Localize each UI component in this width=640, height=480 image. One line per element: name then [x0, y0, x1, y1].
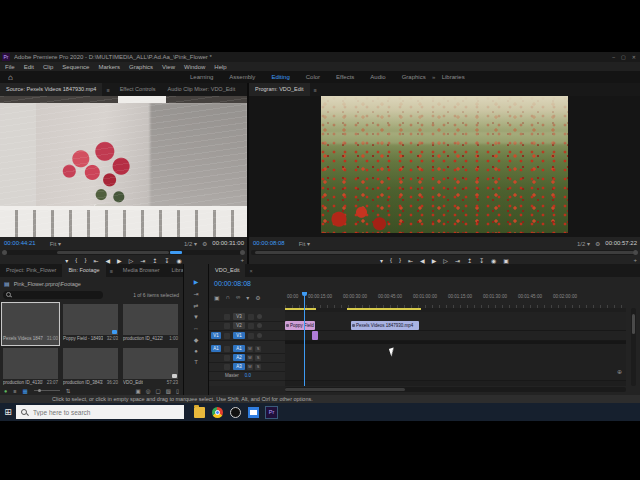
scrollbar-handle[interactable] [255, 251, 634, 254]
timeline-clip-fragment[interactable] [312, 331, 318, 340]
program-resolution-select[interactable]: 1/2 ▾ [577, 240, 590, 247]
source-settings-icon[interactable]: ⚙ [202, 240, 207, 247]
tab-sequence[interactable]: VDO_Edit [209, 264, 245, 277]
step-back-button[interactable]: ◀ [105, 257, 110, 264]
play-button[interactable]: ▶ [432, 257, 437, 264]
mark-in-button[interactable]: { [75, 257, 77, 263]
panel-menu-icon[interactable]: ≡ [314, 87, 317, 93]
project-item-sequence[interactable]: VDO_Edit57:23 [122, 347, 179, 389]
track-select-forward-tool[interactable]: ⇥ [193, 290, 198, 297]
track-target-v1[interactable]: V1 [233, 332, 245, 339]
tab-metadata[interactable]: Metadata [241, 83, 247, 96]
mute-button[interactable]: M [247, 346, 253, 352]
track-target-a3[interactable]: A3 [233, 363, 245, 370]
track-target-v3[interactable]: V3 [233, 313, 245, 320]
tab-libraries[interactable]: Libraries [166, 264, 183, 277]
add-marker-button[interactable]: ▾ [246, 294, 249, 301]
selection-tool[interactable]: ▶ [194, 278, 199, 285]
eye-icon[interactable] [257, 333, 262, 338]
menu-clip[interactable]: Clip [43, 64, 53, 70]
source-resolution-select[interactable]: 1/2 ▾ [184, 240, 197, 247]
razor-tool[interactable]: ▼ [193, 314, 199, 320]
menu-markers[interactable]: Markers [98, 64, 120, 70]
source-patch-v1[interactable]: V1 [211, 332, 221, 339]
chrome-icon[interactable] [212, 407, 223, 418]
timeline-horizontal-scrollbar[interactable] [285, 387, 626, 392]
program-timecode[interactable]: 00:00:08:08 [253, 240, 285, 246]
mute-button[interactable]: M [247, 355, 253, 361]
go-to-out-button[interactable]: ⇥ [455, 257, 460, 264]
go-to-out-button[interactable]: ⇥ [140, 257, 145, 264]
workspace-tab-audio[interactable]: Audio [370, 74, 385, 80]
taskbar-search[interactable] [16, 405, 184, 419]
track-v2[interactable] [285, 321, 626, 331]
workspace-overflow-icon[interactable]: » [432, 74, 435, 80]
export-frame-button[interactable]: ◉ [176, 257, 181, 264]
workspace-tab-color[interactable]: Color [306, 74, 320, 80]
recorder-app-icon[interactable] [230, 407, 241, 418]
tab-project[interactable]: Project: Pink_Flower [0, 264, 62, 277]
source-patch[interactable] [211, 354, 221, 361]
source-patch[interactable] [211, 322, 221, 329]
home-icon[interactable]: ⌂ [8, 73, 13, 82]
source-zoom-select[interactable]: Fit ▾ [50, 240, 61, 247]
solo-button[interactable]: S [255, 346, 261, 352]
step-forward-button[interactable]: ▷ [443, 257, 448, 264]
linked-selection-toggle[interactable]: ∞ [236, 294, 240, 301]
project-item[interactable]: production ID_38433...36:20 [62, 347, 119, 389]
nest-toggle[interactable]: ▣ [214, 294, 220, 301]
close-icon[interactable]: × [249, 268, 252, 274]
sync-lock-icon[interactable] [248, 323, 254, 329]
mail-app-icon[interactable] [248, 407, 259, 418]
start-button[interactable]: ⊞ [0, 407, 16, 417]
lock-icon[interactable] [224, 355, 230, 361]
workspace-tab-graphics[interactable]: Graphics [402, 74, 426, 80]
overwrite-button[interactable]: ↧ [164, 257, 169, 264]
snap-toggle[interactable]: ∩ [226, 294, 230, 301]
scrollbar-handle[interactable] [57, 251, 169, 254]
scrollbar-end-handle[interactable] [2, 250, 7, 255]
menu-view[interactable]: View [162, 64, 175, 70]
premiere-pro-icon[interactable]: Pr [266, 407, 277, 418]
source-video-preview[interactable] [0, 96, 247, 237]
timeline-clip-poppy-field[interactable]: Poppy Field - [285, 321, 315, 330]
menu-help[interactable]: Help [214, 64, 226, 70]
insert-button[interactable]: ↥ [152, 257, 157, 264]
solo-button[interactable]: S [255, 355, 261, 361]
export-frame-button[interactable]: ◉ [491, 257, 496, 264]
mark-in-button[interactable]: { [390, 257, 392, 263]
tab-source-clip[interactable]: Source: Pexels Videos 1847930.mp4 [0, 83, 102, 96]
source-patch[interactable] [211, 313, 221, 320]
workspace-tab-editing[interactable]: Editing [271, 74, 289, 80]
mark-out-button[interactable]: } [84, 257, 86, 263]
button-editor-icon[interactable]: + [240, 257, 244, 263]
scrollbar-end-handle[interactable] [240, 250, 245, 255]
menu-graphics[interactable]: Graphics [129, 64, 153, 70]
menu-edit[interactable]: Edit [24, 64, 34, 70]
program-settings-icon[interactable]: ⚙ [595, 240, 600, 247]
lock-icon[interactable] [224, 323, 230, 329]
add-marker-button[interactable]: ▾ [380, 257, 383, 264]
file-explorer-icon[interactable] [194, 407, 205, 418]
lock-icon[interactable] [224, 346, 230, 352]
play-button[interactable]: ▶ [117, 257, 122, 264]
hand-tool[interactable]: ● [194, 348, 198, 354]
eye-icon[interactable] [257, 323, 262, 328]
sync-lock-icon[interactable] [248, 314, 254, 320]
program-zoom-select[interactable]: Fit ▾ [299, 240, 310, 247]
slip-tool[interactable]: ↔ [193, 325, 199, 331]
comparison-view-button[interactable]: ▣ [503, 257, 509, 264]
scrollbar-handle[interactable] [632, 314, 635, 334]
scrollbar-end-handle[interactable] [633, 250, 638, 255]
project-item[interactable]: production ID_41307...23:07 [2, 347, 59, 389]
track-v1[interactable] [285, 331, 626, 341]
track-target-a2[interactable]: A2 [233, 354, 245, 361]
project-item[interactable]: Poppy Field - 18493...32:03 [62, 303, 119, 345]
playhead[interactable] [304, 292, 305, 386]
new-item-icon[interactable]: ▧ [166, 388, 171, 394]
source-patch[interactable] [211, 363, 221, 370]
maximize-icon[interactable]: ▢ [621, 54, 626, 60]
mark-out-button[interactable]: } [399, 257, 401, 263]
project-item[interactable]: Pexels Videos 18479...31:00 [2, 303, 59, 345]
timeline-track-area[interactable]: Poppy Field - Pexels Videos 1847930.mp4 [285, 308, 626, 386]
